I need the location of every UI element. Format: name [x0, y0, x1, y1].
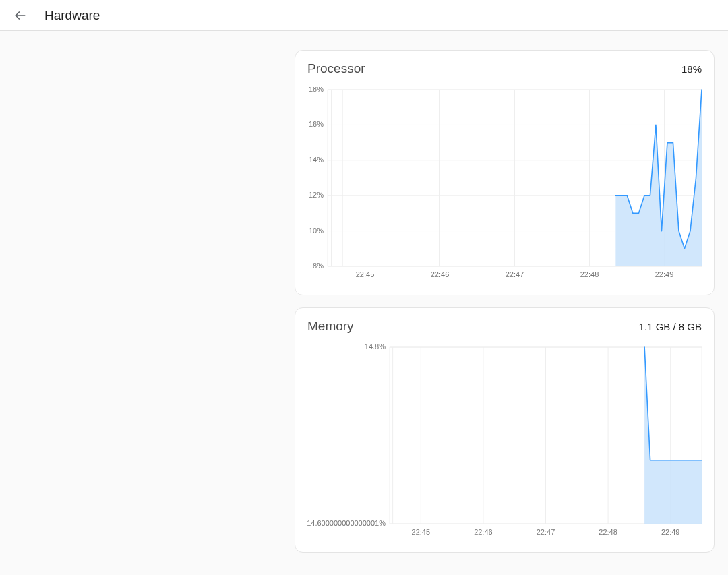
svg-text:8%: 8% [313, 262, 324, 270]
svg-text:14.8%: 14.8% [365, 344, 386, 351]
svg-text:22:47: 22:47 [537, 528, 555, 536]
svg-text:10%: 10% [309, 226, 324, 235]
svg-text:22:45: 22:45 [356, 270, 375, 278]
svg-text:22:47: 22:47 [506, 270, 524, 278]
memory-card-value: 1.1 GB / 8 GB [639, 321, 702, 332]
processor-card: Processor 18% 8%10%12%14%16%18%22:4522:4… [295, 50, 715, 295]
svg-text:12%: 12% [309, 191, 324, 199]
svg-text:16%: 16% [309, 120, 324, 128]
header-bar: Hardware [0, 0, 728, 31]
svg-text:22:48: 22:48 [599, 528, 617, 536]
svg-text:14%: 14% [309, 156, 324, 164]
memory-card-title: Memory [307, 319, 354, 334]
svg-text:22:49: 22:49 [661, 528, 680, 536]
memory-chart: 14.600000000000001%14.8%22:4522:4622:472… [307, 344, 702, 543]
processor-card-title: Processor [307, 61, 365, 76]
content-area: Processor 18% 8%10%12%14%16%18%22:4522:4… [0, 31, 728, 566]
svg-text:18%: 18% [309, 87, 324, 93]
memory-card: Memory 1.1 GB / 8 GB 14.600000000000001%… [295, 307, 715, 553]
arrow-left-icon [13, 9, 27, 22]
svg-text:14.600000000000001%: 14.600000000000001% [307, 519, 386, 527]
svg-text:22:45: 22:45 [412, 528, 431, 536]
svg-text:22:46: 22:46 [474, 528, 493, 536]
svg-text:22:46: 22:46 [431, 270, 450, 278]
processor-card-value: 18% [681, 63, 702, 75]
back-button[interactable] [8, 3, 32, 28]
svg-text:22:49: 22:49 [655, 270, 674, 278]
processor-chart: 8%10%12%14%16%18%22:4522:4622:4722:4822:… [307, 87, 702, 285]
svg-text:22:48: 22:48 [580, 270, 599, 278]
page-title: Hardware [44, 8, 100, 23]
